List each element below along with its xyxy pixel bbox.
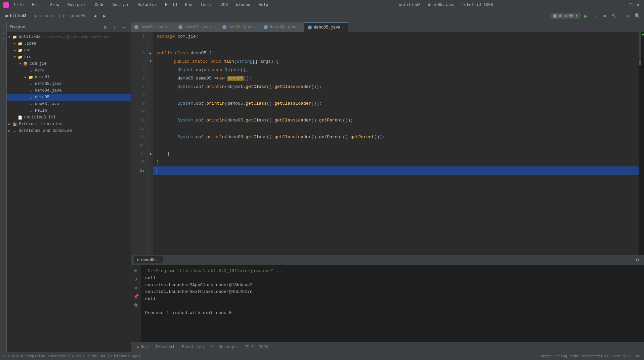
tree-item-demo04[interactable]: ☕ demo04.java bbox=[7, 87, 131, 94]
tree-item-demo[interactable]: ☕ demo bbox=[7, 67, 131, 74]
activity-favorites[interactable]: ♡ bbox=[0, 44, 6, 50]
tree-item-external-libs[interactable]: ▶ 📚 External Libraries bbox=[7, 121, 131, 127]
code-line-5: Object object=new Object(); bbox=[153, 66, 639, 74]
run-config-selector[interactable]: demo05 ▾ bbox=[550, 13, 581, 19]
tree-item-demo02[interactable]: ☕ demo02.java bbox=[7, 81, 131, 87]
folder-icon-src: 📁 bbox=[17, 54, 23, 60]
tree-arrow-deo03 bbox=[23, 102, 28, 106]
tab-demo05[interactable]: demo05.java ✕ bbox=[304, 22, 348, 32]
tab-demo02[interactable]: demo02.java ✕ bbox=[175, 22, 219, 32]
maximize-button[interactable]: □ bbox=[628, 2, 634, 8]
code-line-12 bbox=[153, 124, 639, 133]
app-menu-file[interactable]: File bbox=[11, 2, 27, 8]
tab-demo04[interactable]: demo04.java ✕ bbox=[260, 22, 304, 32]
settings-button[interactable]: ⚙ bbox=[624, 12, 632, 20]
app-menu-run[interactable]: Run bbox=[182, 2, 195, 8]
tool-tab-todo[interactable]: ☰ 6: TODO bbox=[242, 344, 272, 351]
tree-item-scratches[interactable]: ▶ ✏ Scratches and Consoles bbox=[7, 127, 131, 134]
console-line-app: sun.misc.Launcher$AppClassLoader@18b4aac… bbox=[145, 282, 640, 289]
tool-tab-run[interactable]: ▶ Run bbox=[134, 344, 151, 351]
intellij-logo bbox=[3, 2, 9, 8]
scroll-thumb[interactable] bbox=[639, 60, 641, 65]
tree-item-idea[interactable]: ▶ 📁 .idea bbox=[7, 40, 131, 47]
toolbar-left: untitled3 › src › com › jie › demo05 ◀ ▶ bbox=[3, 12, 109, 20]
tree-item-untitled3[interactable]: ▼ 📁 untitled3 C:\Users\桌面\Desktop\untitl… bbox=[7, 34, 131, 40]
app-menu-vcs[interactable]: VCS bbox=[218, 2, 231, 8]
status-link[interactable]: https://blog.csdn.net/weizhi555555in bbox=[541, 354, 620, 358]
app-menu-view[interactable]: View bbox=[47, 2, 62, 8]
activity-structure[interactable]: 7 bbox=[0, 37, 6, 43]
tab-demo01[interactable]: demo01.java ✕ bbox=[131, 22, 175, 32]
back-button[interactable]: ◀ bbox=[91, 12, 99, 20]
sidebar-expand-icon[interactable]: ↕ bbox=[111, 23, 119, 31]
tree-item-comjie[interactable]: ▼ 📦 com.jie bbox=[7, 60, 131, 67]
app-menu-help[interactable]: Help bbox=[256, 2, 271, 8]
package-icon-comjie: 📦 bbox=[23, 61, 28, 66]
tab-close-demo01[interactable]: ✕ bbox=[169, 25, 171, 30]
debug-button[interactable]: ⚡ bbox=[591, 12, 599, 20]
run-tab[interactable]: ▶ demo05 ✕ bbox=[134, 256, 163, 263]
sidebar-hide-icon[interactable]: — bbox=[120, 23, 128, 31]
tab-close-demo05[interactable]: ✕ bbox=[342, 25, 345, 30]
run-stop-button[interactable]: ■ bbox=[133, 285, 139, 291]
tree-arrow-scratches: ▶ bbox=[7, 129, 12, 133]
run-config-dropdown-icon: ▾ bbox=[575, 13, 578, 18]
tree-item-demo01[interactable]: ▶ 📁 demo01 bbox=[7, 74, 131, 81]
build-button[interactable]: 🔨 bbox=[610, 12, 618, 20]
tree-item-deo03[interactable]: ☕ deo03.java bbox=[7, 101, 131, 107]
run-pin-button[interactable]: 📌 bbox=[133, 293, 139, 300]
run-tab-close[interactable]: ✕ bbox=[157, 258, 160, 262]
app-menu-build[interactable]: Build bbox=[162, 2, 180, 8]
java-icon-demo: ☕ bbox=[28, 68, 34, 73]
tab-close-deo03[interactable]: ✕ bbox=[255, 25, 257, 30]
fold-3[interactable]: ▶ bbox=[148, 49, 153, 57]
run-rerun-button[interactable]: ↺ bbox=[133, 276, 139, 282]
close-button[interactable]: ✕ bbox=[635, 2, 641, 8]
tree-item-demo05[interactable]: ☕ demo05 bbox=[7, 94, 131, 101]
bottom-settings-button[interactable]: ⚙ bbox=[633, 256, 641, 264]
sidebar-settings-icon[interactable]: ⚙ bbox=[101, 23, 109, 31]
app-menu-tools[interactable]: Tools bbox=[198, 2, 215, 8]
tree-item-out[interactable]: ▶ 📁 out bbox=[7, 47, 131, 54]
tool-tab-messages[interactable]: 0: Messages bbox=[208, 344, 241, 351]
cursor bbox=[157, 167, 157, 174]
stop-button[interactable]: ■ bbox=[601, 12, 609, 20]
pkg-name: com.jie; bbox=[177, 34, 198, 39]
search-everywhere-button[interactable]: 🔍 bbox=[633, 12, 641, 20]
code-content[interactable]: package com.jie; public class demo05 { p… bbox=[153, 32, 639, 255]
fold-10 bbox=[148, 108, 153, 116]
run-output: ▶ ↺ ■ 📌 🗑 "C:\Program Files\Java\jdk1.8.… bbox=[131, 265, 644, 342]
app-menu-navigate[interactable]: Navigate bbox=[65, 2, 89, 8]
bottom-tab-controls: ⚙ bbox=[633, 256, 641, 264]
tree-item-src[interactable]: ▼ 📁 src bbox=[7, 54, 131, 60]
tab-deo03[interactable]: deo03.java ✕ bbox=[219, 22, 261, 32]
app-menu-window[interactable]: Window bbox=[233, 2, 253, 8]
fold-4[interactable]: ▼ bbox=[148, 57, 153, 66]
app-menu-refactor[interactable]: Refactor bbox=[135, 2, 160, 8]
tool-tab-eventlog[interactable]: Event Log bbox=[179, 344, 207, 351]
app-menu-code[interactable]: Code bbox=[92, 2, 107, 8]
console-line-null2: null bbox=[145, 296, 640, 303]
fold-15[interactable]: ▲ bbox=[148, 150, 153, 158]
tab-close-demo02[interactable]: ✕ bbox=[213, 25, 215, 30]
app-menu-edit[interactable]: Edit bbox=[29, 2, 44, 8]
tree-path-untitled3: C:\Users\桌面\Desktop\untitled3 bbox=[43, 35, 111, 40]
tool-tab-terminal[interactable]: Terminal bbox=[152, 344, 178, 351]
tree-arrow-demo04 bbox=[23, 89, 28, 93]
forward-button[interactable]: ▶ bbox=[100, 12, 109, 20]
tab-icon-demo05 bbox=[308, 25, 312, 30]
minimize-button[interactable]: — bbox=[621, 2, 627, 8]
tree-item-iml[interactable]: 📄 untitled3.iml bbox=[7, 114, 131, 121]
activity-bookmark[interactable]: ★ bbox=[0, 30, 6, 36]
sidebar-title: Project bbox=[9, 25, 26, 30]
fold-16 bbox=[148, 158, 153, 166]
tree-label-hello: Hello bbox=[35, 108, 47, 113]
run-button[interactable]: ▶ bbox=[582, 12, 590, 20]
activity-project[interactable]: 1 bbox=[0, 23, 6, 30]
line-num-3: 3 bbox=[131, 49, 147, 57]
tree-item-hello[interactable]: ☕ Hello bbox=[7, 107, 131, 114]
tab-close-demo04[interactable]: ✕ bbox=[299, 25, 301, 30]
run-clear-button[interactable]: 🗑 bbox=[133, 302, 139, 309]
app-menu-analyze[interactable]: Analyze bbox=[110, 2, 132, 8]
run-play-button[interactable]: ▶ bbox=[133, 267, 139, 274]
